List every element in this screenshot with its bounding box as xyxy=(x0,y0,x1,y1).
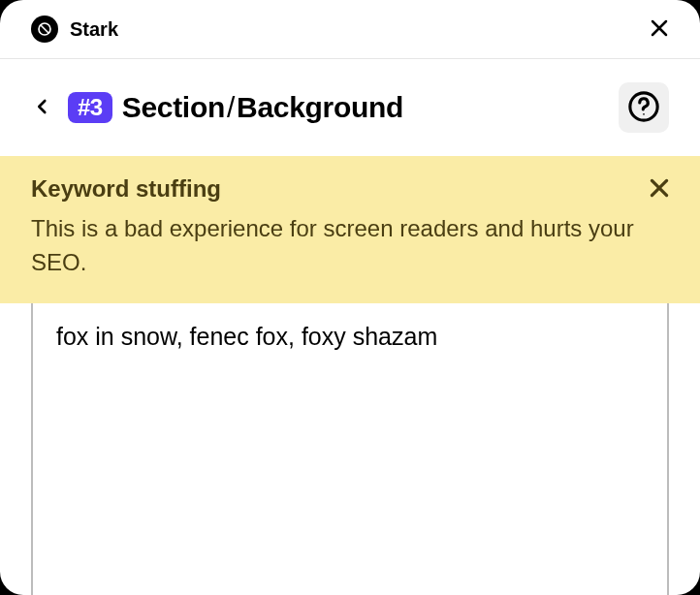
alert-body: This is a bad experience for screen read… xyxy=(31,212,669,280)
svg-point-5 xyxy=(643,112,645,114)
alt-text-value: fox in snow, fenec fox, foxy shazam xyxy=(56,323,644,351)
content-area: fox in snow, fenec fox, foxy shazam xyxy=(0,303,700,595)
breadcrumb-part-1: Section xyxy=(122,91,225,123)
alert-close-button[interactable] xyxy=(646,175,673,203)
chevron-left-icon xyxy=(34,98,51,118)
app-title: Stark xyxy=(70,18,118,41)
issue-number-badge: #3 xyxy=(68,92,112,123)
help-button[interactable] xyxy=(619,82,669,133)
warning-alert: Keyword stuffing This is a bad experienc… xyxy=(0,156,700,303)
breadcrumb-separator: / xyxy=(227,91,235,123)
close-icon xyxy=(647,175,672,204)
header-left: #3 Section/Background xyxy=(27,91,403,124)
help-icon xyxy=(627,90,660,126)
page-header: #3 Section/Background xyxy=(0,59,700,156)
back-button[interactable] xyxy=(27,92,58,123)
close-button[interactable] xyxy=(646,16,673,43)
alt-text-field[interactable]: fox in snow, fenec fox, foxy shazam xyxy=(31,303,669,595)
app-logo-icon xyxy=(31,16,58,43)
app-window: Stark #3 Section/Background xyxy=(0,0,700,595)
titlebar-left: Stark xyxy=(31,16,118,43)
breadcrumb-part-2: Background xyxy=(237,91,403,123)
titlebar: Stark xyxy=(0,0,700,59)
close-icon xyxy=(648,16,671,43)
breadcrumb: Section/Background xyxy=(122,91,403,124)
alert-title: Keyword stuffing xyxy=(31,175,669,203)
svg-line-1 xyxy=(41,25,48,33)
